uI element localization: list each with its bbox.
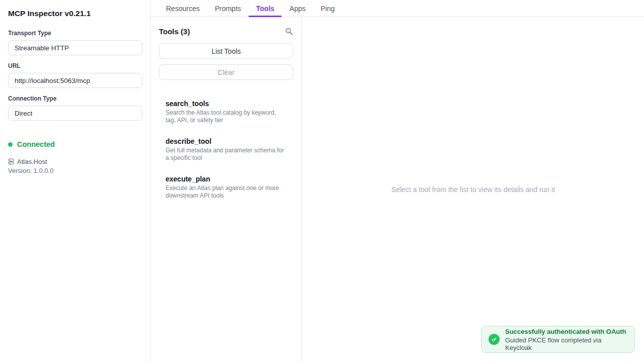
tool-name: describe_tool — [166, 137, 287, 145]
tab-ping[interactable]: Ping — [313, 0, 342, 17]
tool-name: search_tools — [166, 100, 287, 108]
tools-panel: Tools (3) List Tools Clear search_tools … — [151, 17, 302, 362]
server-info: Atlas.Host — [8, 158, 142, 165]
server-icon — [8, 158, 14, 165]
oauth-success-toast: Successfully authenticated with OAuth Gu… — [481, 326, 635, 353]
tool-description: Search the Atlas tool catalog by keyword… — [166, 109, 285, 124]
tool-name: execute_plan — [166, 175, 287, 183]
connection-type-label: Connection Type — [8, 95, 142, 102]
tool-description: Get full metadata and parameter schema f… — [166, 147, 285, 161]
tools-panel-header: Tools (3) — [159, 27, 293, 36]
toast-message: Guided PKCE flow completed via Keycloak — [505, 336, 628, 351]
search-icon[interactable] — [285, 27, 293, 36]
transport-type-label: Transport Type — [8, 30, 142, 37]
status-dot-icon — [8, 142, 13, 147]
app-title: MCP Inspector v0.21.1 — [8, 9, 142, 18]
sidebar: MCP Inspector v0.21.1 Transport Type URL… — [0, 0, 151, 362]
transport-type-input[interactable] — [8, 40, 142, 55]
server-version: Version: 1.0.0.0 — [8, 167, 142, 174]
toast-text: Successfully authenticated with OAuth Gu… — [505, 328, 628, 351]
tool-list: search_tools Search the Atlas tool catal… — [159, 100, 293, 199]
server-name: Atlas.Host — [17, 158, 47, 165]
toast-title: Successfully authenticated with OAuth — [505, 328, 628, 335]
tab-bar: Resources Prompts Tools Apps Ping — [151, 0, 644, 17]
connection-status: Connected — [8, 140, 142, 148]
list-tools-button[interactable]: List Tools — [159, 43, 293, 59]
tab-prompts[interactable]: Prompts — [207, 0, 249, 17]
url-label: URL — [8, 62, 142, 69]
tab-tools[interactable]: Tools — [249, 0, 282, 17]
tool-detail-panel: Select a tool from the list to view its … — [302, 17, 644, 362]
tool-description: Execute an Atlas plan against one or mor… — [166, 185, 285, 199]
check-circle-icon — [489, 334, 500, 345]
tab-apps[interactable]: Apps — [282, 0, 313, 17]
detail-placeholder: Select a tool from the list to view its … — [391, 186, 555, 194]
tool-item-search-tools[interactable]: search_tools Search the Atlas tool catal… — [159, 100, 293, 124]
status-label: Connected — [17, 140, 55, 148]
tool-item-describe-tool[interactable]: describe_tool Get full metadata and para… — [159, 137, 293, 161]
tab-resources[interactable]: Resources — [158, 0, 207, 17]
url-input[interactable] — [8, 73, 142, 88]
connection-type-input[interactable] — [8, 106, 142, 121]
clear-tools-button[interactable]: Clear — [159, 64, 293, 80]
tools-heading: Tools (3) — [159, 27, 190, 36]
tool-item-execute-plan[interactable]: execute_plan Execute an Atlas plan again… — [159, 175, 293, 199]
